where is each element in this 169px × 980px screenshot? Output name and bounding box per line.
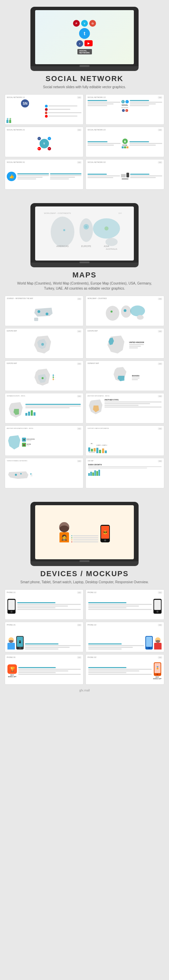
slide-sn1-badge: 300 [77,96,81,99]
slide-d1-label: PHONE 1/1 [7,591,16,594]
laptop-base-devices [30,561,139,566]
svg-text:AUSTRALIA: AUSTRALIA [106,248,117,250]
slide-sn6-badge: 300 [158,161,162,164]
slide-sn2-badge: 300 [158,96,162,99]
laptop-notch-maps [80,262,89,263]
laptop-preview-maps: AMERICAS EUROPE ASIA AUSTRALIA WORLDMAP … [3,203,166,267]
slide-sn2-label: SOCIAL NETWORK 1/2 [88,96,105,99]
slide-m4-label: EUROPE MAP [88,330,98,332]
svg-text:WORLDMAP - CONTINENTS: WORLDMAP - CONTINENTS [44,212,71,214]
germany-mini-map [110,366,131,388]
slide-sn4-label: SOCIAL NETWORK 2/2 [88,129,105,131]
slide-sn3-badge: 300 [77,129,81,131]
laptop-body-devices: 🤵 [30,502,139,561]
maps-title: MAPS [3,271,166,280]
social-network-section: P V G t f ▶ SOCIALNETWORK [0,0,169,196]
slide-d1: PHONE 1/1 300 [5,589,83,620]
slide-m5-label: EUROPE MAP [7,363,17,365]
svg-point-13 [63,229,65,231]
slide-m5: EUROPE MAP 300 [5,361,83,391]
laptop-body: P V G t f ▶ SOCIALNETWORK [30,7,139,66]
slide-d3: PHONE 2/1 300 📱 [5,622,83,652]
svg-point-18 [124,309,126,312]
devices-title: DEVICES / MOCKUPS [3,570,166,578]
slide-m3-label: EUROPE MAP [7,330,17,332]
laptop-device-maps: AMERICAS EUROPE ASIA AUSTRALIA WORLDMAP … [30,203,139,267]
slide-m8: ANOTHER INFOGRAPHIC - INFOG. 300 ANOTHER… [86,393,164,423]
slide-m12-label: UAE MAP [88,460,94,462]
slide-d6: PHONE 3/2 300 🏅 [86,654,164,685]
laptop-device: P V G t f ▶ SOCIALNETWORK [30,7,139,71]
slide-m2: WORLDMAP - COUNTRIES 300 [86,296,164,326]
svg-point-27 [41,377,44,379]
svg-point-15 [121,305,131,318]
slide-sn2: SOCIAL NETWORK 1/2 300 S t [86,94,164,125]
slide-m6-label: GERMANY MAP [88,363,99,365]
slide-m6: GERMANY MAP 300 BAVARIA [86,361,164,391]
svg-point-36 [15,474,17,476]
slide-d3-label: PHONE 2/1 [7,624,16,626]
slide-sn6-label: SOCIAL NETWORK 3/2 [88,161,105,164]
slide-sn5-label: SOCIAL NETWORK 3/1 [7,161,25,164]
svg-text:EUROPE: EUROPE [81,245,91,247]
svg-marker-35 [8,471,29,479]
maps-slides-grid: JOURNEY - INFORMATION THE MAP 300 [3,296,166,488]
svg-point-5 [104,226,108,231]
svg-point-19 [110,310,113,313]
svg-point-1 [80,218,93,242]
laptop-screen-maps: AMERICAS EUROPE ASIA AUSTRALIA WORLDMAP … [35,207,134,261]
svg-text:AMERICAS: AMERICAS [56,245,69,247]
laptop-screen-devices: 🤵 [35,505,134,559]
slide-m7: GERMANY/EUROPE - INFOG. 300 [5,393,83,423]
svg-point-37 [20,473,22,474]
social-network-subtitle: Social network slides with fully editabl… [3,84,166,89]
devices-slides-grid: PHONE 1/1 300 [3,589,166,685]
laptop-screen-social: P V G t f ▶ SOCIALNETWORK [35,10,134,64]
slide-d5: PHONE 3/1 300 🏆 BESTMOBILE APP [5,654,83,685]
svg-point-12 [85,226,87,228]
slide-m8-label: ANOTHER INFOGRAPHIC - INFOG. [88,395,110,398]
laptop-notch-devices [80,560,89,562]
laptop-notch [80,65,89,67]
state-mini-map [8,434,21,450]
slide-m12: UAE MAP 300 DUBAI GROWTH [86,458,164,488]
slide-sn3: SOCIAL NETWORK 2/1 300 S f t ▶ [5,127,83,157]
eu3-mini-map [8,401,24,418]
svg-text:300: 300 [118,212,122,214]
slide-d4: PHONE 2/2 300 [86,622,164,652]
slide-d5-label: PHONE 3/1 [7,656,16,659]
world-map-svg: AMERICAS EUROPE ASIA AUSTRALIA WORLDMAP … [41,210,128,257]
slide-d2-label: PHONE 1/2 [88,591,96,594]
laptop-base-maps [30,262,139,267]
svg-point-14 [106,306,119,321]
laptop-device-devices: 🤵 [30,502,139,566]
slide-m10: SUPPORT STATE/CORPORATION 300 ALL WORKE [86,425,164,456]
devices-subtitle: Smart phone, Tablet, Smart watch, Laptop… [3,579,166,585]
world-mini-map [100,303,150,322]
slide-m2-label: WORLDMAP - COUNTRIES [88,298,107,300]
slide-m1: JOURNEY - INFORMATION THE MAP 300 [5,296,83,326]
svg-point-17 [137,315,143,320]
slide-m9-label: ANOTHER INFOGRAPHIC/STATE - INFOG. [7,428,33,430]
laptop-preview-devices: 🤵 [3,502,166,566]
slide-m11: TURKEY/ISTANBUL NETWORKS 300 [5,458,83,488]
slide-d6-label: PHONE 3/2 [88,656,96,659]
svg-marker-34 [8,435,20,449]
slide-m1-label: JOURNEY - INFORMATION THE MAP [7,298,33,300]
svg-point-22 [41,343,44,346]
slide-sn5: SOCIAL NETWORK 3/1 300 👍 [5,159,83,189]
slide-sn5-badge: 300 [77,161,81,164]
slide-d2: PHONE 1/2 300 [86,589,164,620]
maps-subtitle: World Map (Countries), World Map (Contin… [3,281,166,291]
uk-mini-map [106,335,128,355]
slide-sn3-label: SOCIAL NETWORK 2/1 [7,129,25,131]
laptop-preview-social: P V G t f ▶ SOCIALNETWORK [3,7,166,71]
slide-d4-label: PHONE 2/2 [88,624,96,626]
svg-point-0 [51,216,74,247]
slide-m7-label: GERMANY/EUROPE - INFOG. [7,395,26,398]
laptop-base [30,66,139,71]
slide-sn4: SOCIAL NETWORK 2/2 300 ♟ SOCIAL [86,127,164,157]
slide-sn1: SOCIAL NETWORK 1/1 300 SN [5,94,83,125]
svg-text:ASIA: ASIA [104,245,109,247]
social-network-slides-grid: SOCIAL NETWORK 1/1 300 SN [3,94,166,189]
